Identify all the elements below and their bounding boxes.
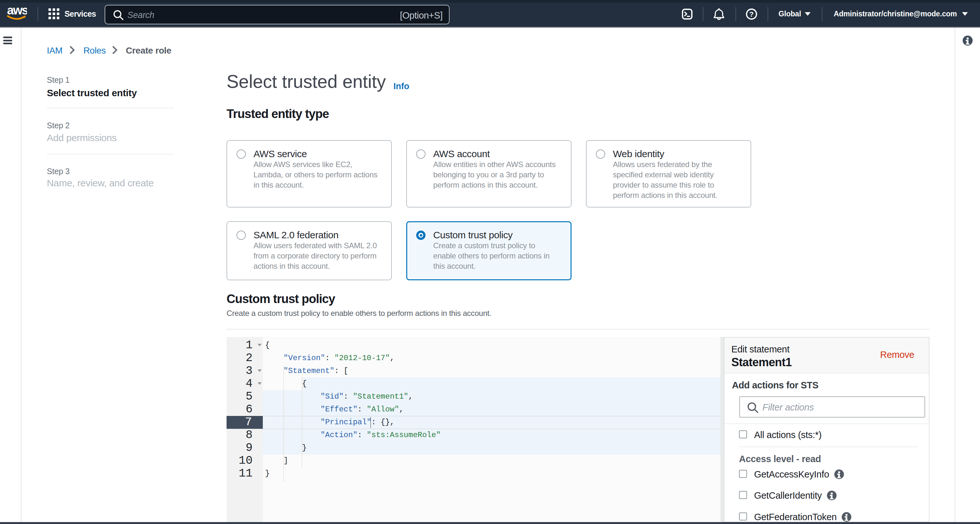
svg-text:?: ? (749, 10, 754, 18)
svg-text:aws: aws (7, 7, 27, 17)
